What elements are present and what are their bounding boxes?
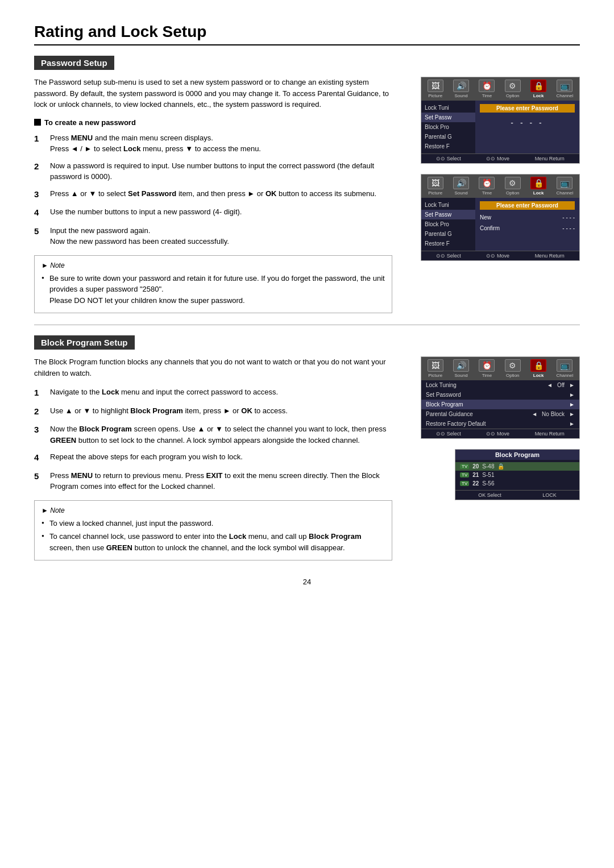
tv-icon-lock-3: 🔒 Lock [530,359,546,378]
section-divider [34,325,580,325]
password-setup-title: Password Setup [34,56,114,70]
block-prog-row-1: TV 20 S-48 🔒 [455,462,579,471]
block-prog-title-bar: Block Program [455,450,579,460]
tv-icon-sound-3: 🔊 Sound [453,359,469,378]
tv-menu-2: 🖼 Picture 🔊 Sound ⏰ Time ⚙ Option [421,174,580,261]
block-program-note-list: To view a locked channel, just input the… [42,518,385,554]
note-title-1: ► Note [42,260,385,271]
tv-icon-option-1: ⚙ Option [505,80,521,98]
menu-item-parentalg-2: Parental G [421,229,475,239]
popup-dots-1: - - - - [480,116,575,130]
tv-menu-3-body: Lock Tuning ◄ Off ► Set Password ► Block… [421,380,579,429]
tv-menu-2-topbar: 🖼 Picture 🔊 Sound ⏰ Time ⚙ Option [421,175,579,198]
new-dots: - - - - [562,214,575,221]
page-title: Rating and Lock Setup [34,23,580,45]
step-2: 2 Now a password is required to input. U… [34,160,392,182]
bp-note-item-2: To cancel channel lock, use password to … [42,531,385,553]
tv-menu-1-footer: ⊙⊙ Select ⊙⊙ Move Menu Return [421,153,579,163]
password-note-box: ► Note Be sure to write down your passwo… [34,255,392,314]
block-prog-row-2: TV 21 S-51 [455,471,579,479]
menu-item-locktuning-1: Lock Tuni [421,103,475,113]
tv-icon-sound-1: 🔊 Sound [453,80,469,98]
password-setup-section: Password Setup The Password setup sub-me… [34,56,580,313]
menu-item-locktuning-2: Lock Tuni [421,200,475,210]
tv-badge-2: TV [460,472,469,477]
tv-menu-3-topbar: 🖼 Picture 🔊 Sound ⏰ Time ⚙ Option [421,357,579,380]
password-setup-left: The Password setup sub-menu is used to s… [34,77,392,313]
step-5: 5 Input the new password again.Now the n… [34,225,392,247]
tv-icon-time-1: ⏰ Time [479,80,495,98]
step-3: 3 Press ▲ or ▼ to select Set Password it… [34,188,392,201]
tv-icon-picture-1: 🖼 Picture [428,80,443,98]
tv-menu-1-popup: Please enter Password - - - - [475,101,579,153]
tv-menu-2-list: Lock Tuni Set Passw Block Pro Parental G… [421,198,475,251]
new-row: New - - - - [480,213,575,222]
block-program-intro: The Block Program function blocks any ch… [34,356,392,379]
bp-step-3: 3 Now the Block Program screen opens. Us… [34,423,392,446]
menu-item-restoref-2: Restore F [421,239,475,248]
popup-title-1: Please enter Password [480,104,575,113]
bp-step-4: 4 Repeat the above steps for each progra… [34,451,392,464]
tv-icon-picture-2: 🖼 Picture [428,177,443,196]
tv-menu-2-popup: Please enter Password New - - - - Confir… [475,198,579,251]
tv-menu-3-footer: ⊙⊙ Select ⊙⊙ Move Menu Return [421,429,579,438]
page-number: 24 [34,578,580,586]
menu-item-blockpro-1: Block Pro [421,122,475,132]
create-password-subtitle: To create a new password [34,118,392,127]
tv-icon-option-2: ⚙ Option [505,177,521,196]
bp-step-2: 2 Use ▲ or ▼ to highlight Block Program … [34,405,392,418]
tv-icon-lock-1: 🔒 Lock [530,80,546,98]
tv-icon-lock-2: 🔒 Lock [530,177,546,196]
password-setup-right: 🖼 Picture 🔊 Sound ⏰ Time ⚙ Option [409,77,580,313]
bp-note-item-1: To view a locked channel, just input the… [42,518,385,529]
tv-menu-1-list: Lock Tuni Set Passw Block Pro Parental G… [421,101,475,153]
note-item-1: Be sure to write down your password and … [42,273,385,306]
menu-item-setpassw-2: Set Passw [421,210,475,219]
block-program-section: Block Program Setup The Block Program fu… [34,335,580,560]
block-prog-rows: TV 20 S-48 🔒 TV 21 S-51 TV 22 S-56 [455,460,579,490]
block-program-steps: 1 Navigate to the Lock menu and input th… [34,387,392,492]
tv-badge-1: TV [460,464,469,469]
tv-menu-2-footer: ⊙⊙ Select ⊙⊙ Move Menu Return [421,251,579,260]
popup-title-2: Please enter Password [480,201,575,210]
note-title-2: ► Note [42,505,385,516]
tv-icon-channel-1: 📺 Channel [556,80,573,98]
tv-badge-3: TV [460,481,469,486]
tv-menu-1-body: Lock Tuni Set Passw Block Pro Parental G… [421,101,579,153]
tv-icon-picture-3: 🖼 Picture [428,359,443,378]
tv-icon-time-3: ⏰ Time [479,359,495,378]
parental-guidance-row: Parental Guidance ◄ No Block ► [421,409,579,419]
password-note-list: Be sure to write down your password and … [42,273,385,306]
tv-icon-channel-3: 📺 Channel [556,359,573,378]
block-prog-footer: OK Select LOCK [455,490,579,500]
tv-menu-2-body: Lock Tuni Set Passw Block Pro Parental G… [421,198,579,251]
step-1: 1 Press MENU and the main menu screen di… [34,132,392,155]
bp-step-1: 1 Navigate to the Lock menu and input th… [34,387,392,400]
tv-icon-option-3: ⚙ Option [505,359,521,378]
block-program-right: 🖼 Picture 🔊 Sound ⏰ Time ⚙ Option [409,356,580,560]
confirm-label: Confirm [480,225,500,231]
bp-step-5: 5 Press MENU to return to previous menu.… [34,470,392,492]
menu-item-setpassw-1: Set Passw [421,113,475,122]
tv-icon-channel-2: 📺 Channel [556,177,573,196]
black-square-icon [34,119,41,126]
tv-menu-1: 🖼 Picture 🔊 Sound ⏰ Time ⚙ Option [421,77,580,164]
password-steps-list: 1 Press MENU and the main menu screen di… [34,132,392,247]
block-program-ui: Block Program TV 20 S-48 🔒 TV 21 S-51 T [455,449,580,500]
tv-menu-3: 🖼 Picture 🔊 Sound ⏰ Time ⚙ Option [421,356,580,439]
tv-menu-1-topbar: 🖼 Picture 🔊 Sound ⏰ Time ⚙ Option [421,77,579,101]
step-4: 4 Use the number buttons to input a new … [34,206,392,219]
new-label: New [480,214,491,221]
block-program-title: Block Program Setup [34,335,135,350]
tv-icon-time-2: ⏰ Time [479,177,495,196]
confirm-row: Confirm - - - - [480,224,575,232]
confirm-dots: - - - - [562,225,575,231]
tv-icon-sound-2: 🔊 Sound [453,177,469,196]
restore-factory-row: Restore Factory Default ► [421,419,579,429]
lock-icon-ch20: 🔒 [497,463,504,470]
set-password-row: Set Password ► [421,390,579,400]
lock-tuning-row: Lock Tuning ◄ Off ► [421,380,579,390]
block-prog-row-3: TV 22 S-56 [455,479,579,488]
menu-item-parentalg-1: Parental G [421,132,475,142]
block-program-row: Block Program ► [421,400,579,409]
